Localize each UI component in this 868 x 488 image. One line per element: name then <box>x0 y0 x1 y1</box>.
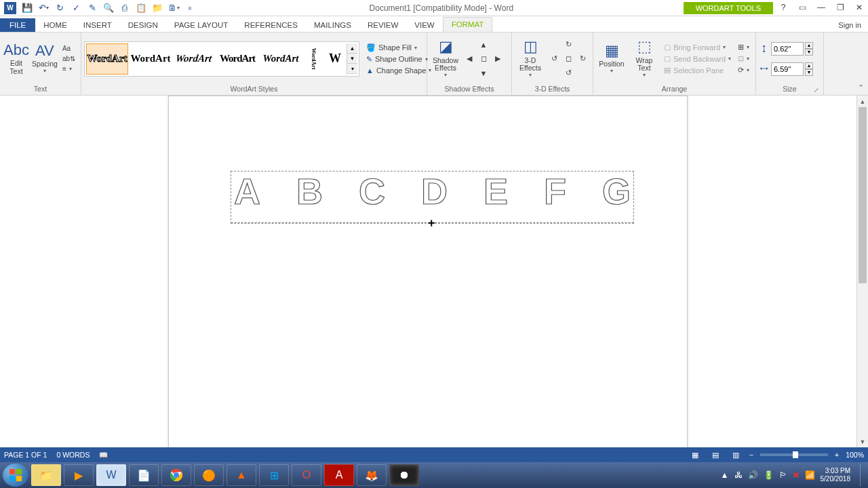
wordart-object[interactable]: A B C D E F G + <box>231 171 634 224</box>
nudge-shadow-right-button[interactable]: ▶ <box>491 52 505 66</box>
tab-review[interactable]: REVIEW <box>359 18 406 32</box>
gallery-more-icon[interactable]: ▾ <box>347 64 357 74</box>
tilt-up-button[interactable]: ↻ <box>561 38 575 52</box>
wrap-text-button[interactable]: ⬚ Wrap Text▾ <box>629 37 660 81</box>
threed-toggle-button[interactable]: ◻ <box>561 52 575 66</box>
taskbar-app-explorer[interactable]: 📁 <box>31 464 61 486</box>
document-page[interactable]: A B C D E F G + <box>168 96 688 447</box>
sign-in-link[interactable]: Sign in <box>831 18 868 32</box>
qat-customize-icon[interactable]: ≡ <box>184 3 195 14</box>
taskbar-app-vlc[interactable]: ▲ <box>226 464 256 486</box>
selection-pane-button[interactable]: ▤Selection Pane <box>661 65 734 75</box>
shape-height-input[interactable] <box>771 42 804 56</box>
taskbar-app-chrome[interactable] <box>161 464 191 486</box>
spin-down-icon[interactable]: ▼ <box>805 49 813 56</box>
undo-icon[interactable]: ↶▾ <box>38 3 49 14</box>
wordart-style-item[interactable]: WordArt <box>260 43 302 75</box>
tray-signal-icon[interactable]: 📶 <box>805 470 815 480</box>
taskbar-app-icon[interactable]: ⊞ <box>259 464 289 486</box>
tab-mailings[interactable]: MAILINGS <box>306 18 359 32</box>
print-layout-button[interactable]: ▤ <box>709 449 722 460</box>
tray-volume-icon[interactable]: 🔊 <box>748 470 758 480</box>
shape-width-input[interactable] <box>771 62 804 76</box>
group-button[interactable]: ⊡▾ <box>735 54 752 64</box>
new-doc-icon[interactable]: 🗎▾ <box>168 3 179 14</box>
tab-insert[interactable]: INSERT <box>75 18 120 32</box>
zoom-slider[interactable] <box>760 453 828 456</box>
zoom-level[interactable]: 100% <box>846 451 864 459</box>
dialog-launcher-icon[interactable]: ⤢ <box>814 87 819 94</box>
word-app-icon[interactable]: W <box>4 2 16 14</box>
tilt-down-button[interactable]: ↺ <box>561 66 575 80</box>
tab-references[interactable]: REFERENCES <box>236 18 306 32</box>
scroll-down-icon[interactable]: ▼ <box>857 436 868 447</box>
nudge-shadow-left-button[interactable]: ◀ <box>462 52 476 66</box>
gallery-scroll[interactable]: ▲▼▾ <box>347 43 357 74</box>
minimize-icon[interactable]: — <box>815 1 827 14</box>
maximize-icon[interactable]: ❐ <box>834 1 846 14</box>
qat-item-icon[interactable]: ✎ <box>87 3 98 14</box>
tray-security-icon[interactable]: ✖ <box>793 470 800 480</box>
taskbar-app-icon[interactable]: 🟠 <box>194 464 224 486</box>
shadow-effects-button[interactable]: ◪ Shadow Effects▾ <box>430 37 461 81</box>
help-icon[interactable]: ? <box>777 1 789 14</box>
vertical-text-button[interactable]: ab⇅ <box>60 54 78 63</box>
bring-forward-button[interactable]: ▢Bring Forward▾ <box>661 42 734 52</box>
taskbar-app-media-player[interactable]: ▶ <box>64 464 94 486</box>
tab-design[interactable]: DESIGN <box>120 18 166 32</box>
change-shape-button[interactable]: ▲Change Shape▾ <box>363 66 434 75</box>
wordart-style-item[interactable]: WordArt <box>173 43 215 75</box>
proofing-icon[interactable]: 📖 <box>99 451 108 460</box>
tray-battery-icon[interactable]: 🔋 <box>764 470 774 480</box>
word-count[interactable]: 0 WORDS <box>56 451 90 459</box>
zoom-slider-thumb[interactable] <box>793 451 798 458</box>
collapse-ribbon-icon[interactable]: ⌃ <box>858 83 864 92</box>
wordart-style-item[interactable]: WordArt <box>303 43 323 75</box>
tab-home[interactable]: HOME <box>35 18 75 32</box>
send-backward-button[interactable]: ▢Send Backward▾ <box>661 54 734 64</box>
qat-item-icon[interactable]: 📁 <box>152 3 163 14</box>
tab-file[interactable]: FILE <box>0 18 35 32</box>
close-icon[interactable]: ✕ <box>853 1 865 14</box>
tilt-right-button[interactable]: ↻ <box>576 52 589 66</box>
scrollbar-thumb[interactable] <box>859 107 867 283</box>
web-layout-button[interactable]: ▥ <box>729 449 743 460</box>
spacing-button[interactable]: AV Spacing ▾ <box>31 37 58 81</box>
tilt-left-button[interactable]: ↺ <box>547 52 561 66</box>
wordart-style-item[interactable]: WordArt <box>86 43 128 75</box>
position-button[interactable]: ▦ Position▾ <box>596 37 627 81</box>
shape-fill-button[interactable]: 🪣Shape Fill▾ <box>363 43 434 53</box>
start-button[interactable] <box>3 464 28 487</box>
shape-outline-button[interactable]: ✎Shape Outline▾ <box>363 54 434 64</box>
wordart-style-item[interactable]: WordArt <box>130 43 172 75</box>
shadow-toggle-button[interactable]: ◻ <box>477 52 490 66</box>
tab-view[interactable]: VIEW <box>406 18 442 32</box>
spin-up-icon[interactable]: ▲ <box>805 42 813 49</box>
tray-show-hidden-icon[interactable]: ▲ <box>721 470 729 480</box>
threed-effects-button[interactable]: ◫ 3-D Effects▾ <box>515 37 546 81</box>
redo-icon[interactable]: ↻ <box>54 3 65 14</box>
scroll-up-icon[interactable]: ▲ <box>857 96 868 107</box>
taskbar-app-recorder[interactable]: ⏺ <box>389 464 419 486</box>
tray-clock[interactable]: 3:03 PM 5/20/2018 <box>821 467 855 483</box>
even-height-button[interactable]: Aa <box>60 44 78 53</box>
spin-up-icon[interactable]: ▲ <box>805 62 813 69</box>
qat-item-icon[interactable]: ⎙ <box>119 3 130 14</box>
rotate-button[interactable]: ⟳▾ <box>735 65 752 75</box>
qat-item-icon[interactable]: 🔍 <box>103 3 114 14</box>
read-mode-button[interactable]: ▦ <box>688 449 702 460</box>
taskbar-app-adobe-reader[interactable]: A <box>324 464 354 486</box>
taskbar-app-notepad[interactable]: 📄 <box>129 464 159 486</box>
nudge-shadow-down-button[interactable]: ▼ <box>477 66 490 80</box>
taskbar-app-word[interactable]: W <box>96 464 126 486</box>
qat-item-icon[interactable]: ✓ <box>71 3 81 14</box>
ribbon-options-icon[interactable]: ▭ <box>796 1 808 14</box>
scroll-down-icon[interactable]: ▼ <box>347 54 357 64</box>
tray-network-icon[interactable]: 🖧 <box>734 470 743 480</box>
spin-down-icon[interactable]: ▼ <box>805 69 813 76</box>
tab-page-layout[interactable]: PAGE LAYOUT <box>166 18 236 32</box>
qat-item-icon[interactable]: 📋 <box>136 3 146 14</box>
tab-format[interactable]: FORMAT <box>443 17 493 32</box>
wordart-style-item[interactable]: W <box>325 43 345 75</box>
alignment-button[interactable]: ≡▾ <box>60 64 78 73</box>
